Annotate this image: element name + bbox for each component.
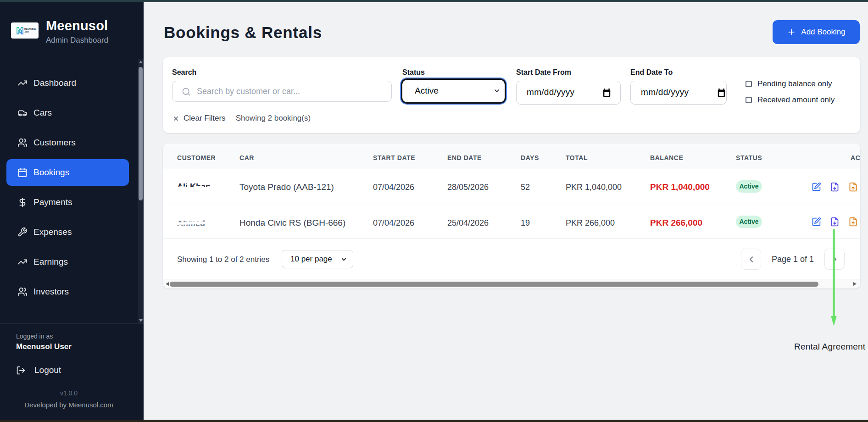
svg-text:MEENUSOL: MEENUSOL bbox=[24, 28, 36, 30]
svg-text:.COM: .COM bbox=[24, 31, 28, 33]
